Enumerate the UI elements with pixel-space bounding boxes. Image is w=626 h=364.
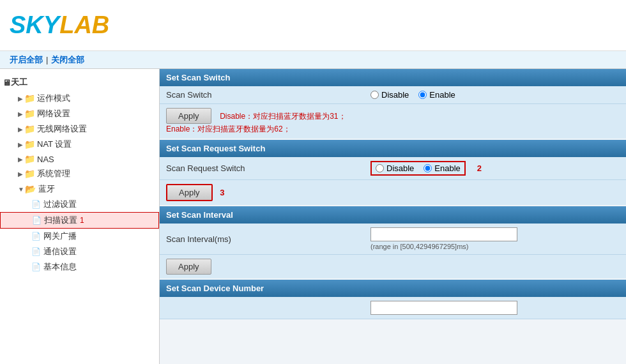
scan-request-control: Disable Enable 2 [370, 161, 620, 176]
expand-icon4: ▶ [18, 141, 23, 148]
sidebar-label-wangguan: 网关广播 [43, 231, 77, 242]
scan-request-apply-badge: 3 [220, 188, 224, 197]
sidebar-item-wangguan[interactable]: 📄 网关广播 [0, 229, 159, 244]
expand-icon: ▶ [18, 95, 23, 102]
scan-interval-header: Set Scan Interval [160, 206, 626, 224]
scan-switch-disable-radio[interactable] [370, 91, 379, 99]
scan-request-apply-button[interactable]: Apply [166, 184, 213, 201]
sidebar-item-bluetooth[interactable]: ▼ 📂 蓝牙 [0, 181, 159, 197]
sidebar-item-xitong[interactable]: ▶ 📁 系统管理 [0, 166, 159, 181]
sidebar-item-jibenxinxi[interactable]: 📄 基本信息 [0, 259, 159, 275]
scan-request-radio-group: Disable Enable [370, 161, 466, 176]
scan-interval-apply-button[interactable]: Apply [166, 259, 211, 275]
scan-switch-hint-line1: Disable：对应扫描蓝牙数据量为31； [220, 112, 346, 121]
folder-icon6: 📁 [24, 169, 34, 179]
sidebar-label-nas: NAS [37, 155, 54, 164]
sidebar: 🖥 天工 ▶ 📁 运作模式 ▶ 📁 网络设置 ▶ 📁 无线网络设置 ▶ 📁 NA… [0, 69, 160, 364]
scan-request-disable-radio[interactable] [376, 164, 384, 172]
scan-interval-input[interactable] [370, 227, 517, 241]
expand-icon5: ▶ [18, 156, 23, 163]
file-icon5: 📄 [31, 262, 41, 272]
scan-request-title: Set Scan Request Switch [166, 144, 265, 153]
sidebar-label-tongxin: 通信设置 [43, 246, 77, 257]
sidebar-item-tongxin[interactable]: 📄 通信设置 [0, 244, 159, 259]
sidebar-item-wangluo[interactable]: ▶ 📁 网络设置 [0, 106, 159, 121]
scan-device-label [166, 303, 370, 313]
sidebar-label-wuxian: 无线网络设置 [37, 123, 87, 135]
sidebar-label-jibenxinxi: 基本信息 [43, 261, 77, 273]
scan-request-enable-label: Enable [434, 163, 460, 173]
folder-icon2: 📁 [24, 109, 34, 119]
scan-switch-apply-row: Apply Disable：对应扫描蓝牙数据量为31； Enable：对应扫描蓝… [160, 104, 626, 139]
sidebar-label-guolv: 过滤设置 [43, 199, 77, 210]
scan-request-header: Set Scan Request Switch [160, 140, 626, 157]
scan-switch-enable-option[interactable]: Enable [418, 90, 455, 100]
folder-icon5: 📁 [24, 154, 34, 164]
scan-switch-apply-button[interactable]: Apply [166, 108, 211, 124]
scan-request-disable-label: Disable [386, 163, 414, 173]
file-icon4: 📄 [31, 246, 41, 257]
scan-request-enable-radio[interactable] [424, 164, 432, 172]
expand-icon6: ▶ [18, 171, 23, 178]
scan-switch-disable-option[interactable]: Disable [370, 90, 409, 100]
scan-interval-title: Set Scan Interval [166, 210, 233, 220]
scan-switch-body: Scan Switch Disable Enable A [160, 86, 626, 139]
scan-device-title: Set Scan Device Number [166, 284, 264, 293]
top-bar: 开启全部 | 关闭全部 [0, 51, 626, 69]
scan-switch-disable-label: Disable [381, 90, 409, 100]
sidebar-label-wangluo: 网络设置 [37, 108, 70, 119]
main-layout: 🖥 天工 ▶ 📁 运作模式 ▶ 📁 网络设置 ▶ 📁 无线网络设置 ▶ 📁 NA… [0, 69, 626, 364]
header: SKYLAB [0, 0, 626, 51]
scan-switch-radio-group: Disable Enable [370, 90, 455, 100]
computer-icon: 🖥 [3, 78, 11, 87]
sidebar-item-nas[interactable]: ▶ 📁 NAS [0, 152, 159, 166]
sidebar-item-saomiao[interactable]: 📄 扫描设置 1 [0, 212, 159, 229]
scan-switch-label: Scan Switch [166, 90, 370, 100]
sidebar-item-nat[interactable]: ▶ 📁 NAT 设置 [0, 137, 159, 152]
folder-icon4: 📁 [24, 139, 34, 149]
sidebar-item-yuanzuo[interactable]: ▶ 📁 运作模式 [0, 91, 159, 106]
scan-switch-title: Set Scan Switch [166, 73, 230, 82]
scan-request-row: Scan Request Switch Disable Enable 2 [160, 157, 626, 180]
scan-request-disable-option[interactable]: Disable [376, 163, 414, 173]
expand-icon3: ▶ [18, 126, 23, 133]
sidebar-item-wuxian[interactable]: ▶ 📁 无线网络设置 [0, 121, 159, 137]
scan-switch-row: Scan Switch Disable Enable [160, 86, 626, 104]
scan-device-input[interactable] [370, 301, 517, 315]
scan-interval-range-hint: (range in [500,4294967295]ms) [370, 243, 517, 250]
scan-switch-enable-radio[interactable] [418, 91, 427, 99]
file-icon1: 📄 [31, 199, 41, 209]
sidebar-root-label: 天工 [11, 77, 27, 88]
sidebar-label-saomiao: 扫描设置 [44, 215, 77, 226]
file-icon3: 📄 [31, 231, 41, 241]
scan-request-badge: 2 [477, 163, 482, 173]
scan-switch-control: Disable Enable [370, 90, 620, 100]
sidebar-item-guolv[interactable]: 📄 过滤设置 [0, 197, 159, 212]
expand-icon7: ▼ [18, 186, 24, 193]
sidebar-root[interactable]: 🖥 天工 [0, 74, 159, 91]
scan-request-apply-row: Apply 3 [160, 180, 626, 205]
scan-device-body [160, 297, 626, 319]
sidebar-label-nat: NAT 设置 [37, 139, 72, 150]
open-all-link[interactable]: 开启全部 [10, 54, 43, 66]
scan-interval-body: Scan Interval(ms) (range in [500,4294967… [160, 224, 626, 278]
scan-interval-row: Scan Interval(ms) (range in [500,4294967… [160, 224, 626, 255]
separator: | [46, 55, 48, 64]
sidebar-label-bluetooth: 蓝牙 [38, 183, 55, 195]
sidebar-label-yuanzuo: 运作模式 [37, 93, 70, 104]
scan-device-control [370, 301, 620, 315]
file-icon2: 📄 [31, 215, 42, 225]
scan-interval-label: Scan Interval(ms) [166, 234, 370, 244]
scan-interval-apply-row: Apply [160, 255, 626, 278]
scan-request-enable-option[interactable]: Enable [424, 163, 460, 173]
scan-device-row [160, 297, 626, 319]
close-all-link[interactable]: 关闭全部 [51, 54, 84, 66]
content-area: Set Scan Switch Scan Switch Disable Enab… [160, 69, 626, 364]
expand-icon2: ▶ [18, 110, 23, 118]
scan-switch-enable-label: Enable [429, 90, 455, 100]
folder-icon7: 📂 [26, 184, 36, 194]
saomiao-badge: 1 [80, 216, 84, 225]
logo: SKYLAB [10, 11, 109, 39]
folder-icon3: 📁 [24, 124, 34, 134]
scan-device-header: Set Scan Device Number [160, 280, 626, 297]
